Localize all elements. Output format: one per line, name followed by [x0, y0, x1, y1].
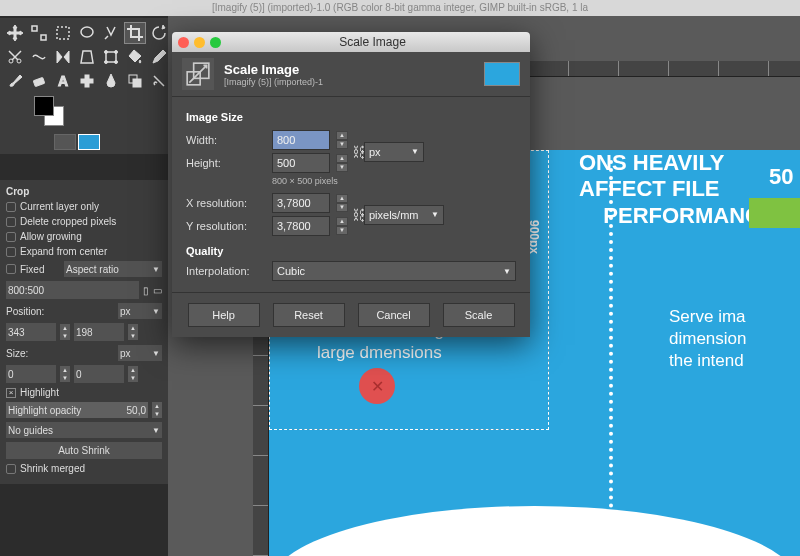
width-input[interactable] [272, 130, 330, 150]
svg-text:A: A [58, 73, 68, 89]
xres-input[interactable] [272, 193, 330, 213]
interpolation-select[interactable]: Cubic▼ [272, 261, 516, 281]
tool-fuzzy[interactable] [100, 22, 122, 44]
image-size-section: Image Size [186, 111, 516, 123]
tool-scissors[interactable] [4, 46, 26, 68]
svg-point-9 [105, 61, 108, 64]
tool-warp[interactable] [28, 46, 50, 68]
chain-link-res-icon[interactable]: ⛓ [348, 207, 364, 223]
tool-ink[interactable] [100, 70, 122, 92]
tool-heal[interactable] [76, 70, 98, 92]
chk-delete-cropped[interactable] [6, 217, 16, 227]
toolbox: A [0, 18, 168, 154]
orient-landscape-icon[interactable]: ▭ [153, 285, 162, 296]
highlight-opacity-slider[interactable]: Highlight opacity50,0 [6, 402, 148, 418]
reset-button[interactable]: Reset [273, 303, 345, 327]
color-swatches[interactable] [4, 96, 164, 126]
window-zoom-icon[interactable] [210, 37, 221, 48]
pos-unit-dropdown[interactable]: px▼ [118, 303, 162, 319]
tool-eraser[interactable] [28, 70, 50, 92]
tool-more[interactable] [148, 70, 170, 92]
tool-bucket[interactable] [124, 46, 146, 68]
window-minimize-icon[interactable] [194, 37, 205, 48]
dialog-window-title: Scale Image [221, 35, 524, 49]
tool-lasso[interactable] [76, 22, 98, 44]
tool-move[interactable] [4, 22, 26, 44]
tool-preset-thumb[interactable] [54, 134, 76, 150]
svg-rect-2 [57, 27, 69, 39]
width-down[interactable]: ▼ [336, 140, 348, 149]
svg-rect-16 [133, 79, 141, 87]
fg-color-swatch[interactable] [34, 96, 54, 116]
pos-y-input[interactable] [74, 323, 124, 341]
aspect-value-input[interactable] [6, 281, 139, 299]
quality-section: Quality [186, 245, 516, 257]
aspect-ratio-dropdown[interactable]: Aspect ratio▼ [64, 261, 162, 277]
svg-point-3 [81, 27, 93, 37]
height-input[interactable] [272, 153, 330, 173]
app-titlebar: [Imagify (5)] (imported)-1.0 (RGB color … [0, 0, 800, 16]
dialog-thumbnail [484, 62, 520, 86]
res-unit-select[interactable]: pixels/mm▼ [364, 205, 444, 225]
tool-rect-select[interactable] [52, 22, 74, 44]
help-button[interactable]: Help [188, 303, 260, 327]
auto-shrink-button[interactable]: Auto Shrink [6, 442, 162, 459]
chain-link-icon[interactable]: ⛓ [348, 144, 364, 160]
tool-brush[interactable] [4, 70, 26, 92]
orient-portrait-icon[interactable]: ▯ [143, 285, 149, 296]
svg-rect-6 [106, 52, 116, 62]
scale-button[interactable]: Scale [443, 303, 515, 327]
scale-icon [182, 58, 214, 90]
tool-perspective[interactable] [76, 46, 98, 68]
tool-clone[interactable] [124, 70, 146, 92]
svg-point-8 [115, 51, 118, 54]
chk-expand-center[interactable] [6, 247, 16, 257]
svg-point-10 [115, 61, 118, 64]
svg-rect-11 [33, 77, 44, 86]
tool-transform[interactable] [100, 46, 122, 68]
height-up[interactable]: ▲ [336, 154, 348, 163]
tool-pencil[interactable] [148, 46, 170, 68]
canvas-caption-2: Serve ima dimension the intend [669, 306, 747, 372]
tool-rotate[interactable] [148, 22, 170, 44]
divider-dots [609, 160, 613, 556]
scale-image-dialog: Scale Image Scale Image [Imagify (5)] (i… [172, 32, 530, 337]
options-title: Crop [6, 186, 162, 197]
size-unit-select[interactable]: px▼ [364, 142, 424, 162]
svg-rect-1 [41, 35, 46, 40]
cancel-button[interactable]: Cancel [358, 303, 430, 327]
window-close-icon[interactable] [178, 37, 189, 48]
chk-fixed[interactable] [6, 264, 16, 274]
canvas-wave [269, 506, 800, 556]
tool-align[interactable] [28, 22, 50, 44]
svg-point-7 [105, 51, 108, 54]
highlight-close[interactable]: × [6, 388, 16, 398]
width-up[interactable]: ▲ [336, 131, 348, 140]
size-w-input[interactable] [6, 365, 56, 383]
pos-x-input[interactable] [6, 323, 56, 341]
dialog-subtitle: [Imagify (5)] (imported)-1 [224, 77, 323, 87]
svg-rect-14 [85, 75, 89, 87]
canvas-number: 50 [769, 164, 793, 190]
tool-preset-thumb-active[interactable] [78, 134, 100, 150]
error-icon: ✕ [359, 368, 395, 404]
tool-flip[interactable] [52, 46, 74, 68]
chk-shrink-merged[interactable] [6, 464, 16, 474]
dialog-header-title: Scale Image [224, 62, 323, 77]
tool-options-panel: Crop Current layer only Delete cropped p… [0, 180, 168, 484]
size-h-input[interactable] [74, 365, 124, 383]
tool-crop[interactable] [124, 22, 146, 44]
size-unit-dropdown[interactable]: px▼ [118, 345, 162, 361]
pixels-note: 800 × 500 pixels [272, 176, 516, 186]
svg-rect-0 [32, 26, 37, 31]
dialog-titlebar[interactable]: Scale Image [172, 32, 530, 52]
chk-allow-growing[interactable] [6, 232, 16, 242]
height-down[interactable]: ▼ [336, 163, 348, 172]
tool-text[interactable]: A [52, 70, 74, 92]
guides-dropdown[interactable]: No guides▼ [6, 422, 162, 438]
yres-input[interactable] [272, 216, 330, 236]
chk-current-layer[interactable] [6, 202, 16, 212]
canvas-green-rect [749, 198, 800, 228]
